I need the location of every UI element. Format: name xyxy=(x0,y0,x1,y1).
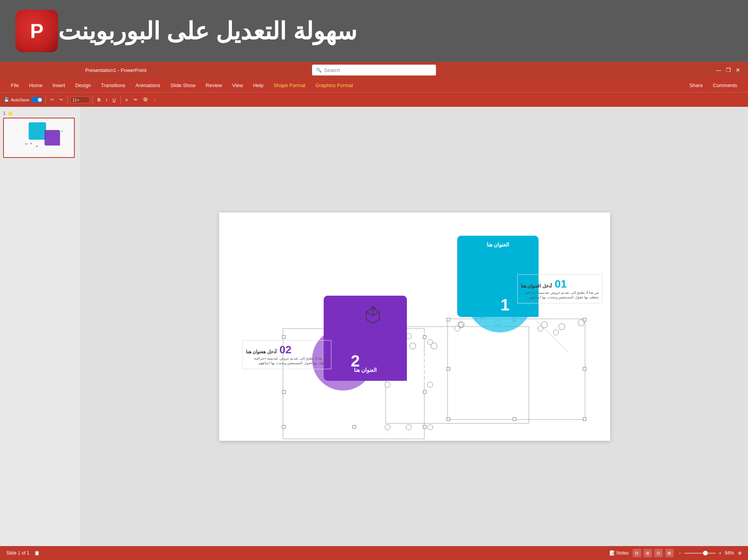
menu-graphics-format[interactable]: Graphics Format xyxy=(311,81,358,90)
slide-number-indicator: 1 ⭐ xyxy=(3,111,78,116)
window-controls[interactable]: — ❐ ✕ xyxy=(716,67,740,73)
zoom-slider-thumb xyxy=(703,551,708,555)
svg-point-96 xyxy=(400,391,402,394)
underline-button[interactable]: U xyxy=(111,97,118,103)
svg-point-111 xyxy=(541,322,547,328)
connection-lines-svg xyxy=(219,212,610,441)
search-box[interactable]: 🔍 Search xyxy=(312,65,436,75)
svg-rect-137 xyxy=(282,336,285,339)
font-color-button[interactable]: A xyxy=(152,97,158,103)
menu-shape-format[interactable]: Shape Format xyxy=(269,81,310,90)
svg-point-4 xyxy=(36,146,38,147)
svg-point-68 xyxy=(429,356,431,359)
notes-button[interactable]: 📝 Notes xyxy=(609,550,629,556)
svg-point-66 xyxy=(417,356,420,359)
svg-point-107 xyxy=(458,322,464,328)
zoom-out-icon[interactable]: － xyxy=(678,550,682,557)
svg-rect-141 xyxy=(423,390,426,394)
info-text-01: من هنا لا يطمح إلى تقديم عروض تقديمية اح… xyxy=(521,290,599,300)
toolbar-sep-4 xyxy=(120,96,121,104)
shape-fill-button[interactable]: 🎨 xyxy=(141,96,150,103)
bold-button[interactable]: B xyxy=(96,97,103,103)
svg-point-121 xyxy=(427,382,433,387)
normal-view-button[interactable]: ⊟ xyxy=(633,549,641,557)
zoom-percent: 94% xyxy=(725,550,734,556)
zoom-control: － ＋ 94% xyxy=(678,550,734,557)
svg-point-79 xyxy=(423,368,425,370)
svg-point-86 xyxy=(429,374,431,376)
view-buttons: ⊟ ⊞ ⊡ ⊠ xyxy=(633,549,674,557)
purple-shape-title: العنوان هنا xyxy=(324,367,407,373)
svg-text:02: 02 xyxy=(25,143,28,145)
list-button[interactable]: ≔ xyxy=(131,96,139,103)
svg-line-9 xyxy=(544,329,552,336)
svg-point-116 xyxy=(427,339,433,345)
thumb-content: 01 02 xyxy=(4,118,74,157)
align-button[interactable]: ≡ xyxy=(124,97,130,103)
maximize-button[interactable]: ❐ xyxy=(726,67,731,73)
fit-page-icon[interactable]: ⊕ xyxy=(738,550,742,556)
slide-thumbnail[interactable]: 01 02 xyxy=(3,118,75,158)
info-number-01: 01 xyxy=(555,278,567,290)
menu-insert[interactable]: Insert xyxy=(48,81,70,90)
comments-button[interactable]: Comments xyxy=(708,81,742,90)
menu-design[interactable]: Design xyxy=(70,81,95,90)
zoom-in-icon[interactable]: ＋ xyxy=(718,550,722,557)
menu-slideshow[interactable]: Slide Show xyxy=(166,81,200,90)
main-area: 1 ⭐ 01 02 xyxy=(0,107,748,546)
menu-transitions[interactable]: Transitions xyxy=(96,81,130,90)
cube-icon xyxy=(360,303,386,329)
close-button[interactable]: ✕ xyxy=(736,67,740,73)
zoom-slider[interactable] xyxy=(685,553,715,554)
svg-rect-143 xyxy=(353,425,356,428)
slideshow-button[interactable]: ⊠ xyxy=(665,549,674,557)
reading-view-button[interactable]: ⊡ xyxy=(654,549,663,557)
header-banner: سهولة التعديل على البوربوينت xyxy=(0,0,748,62)
svg-point-73 xyxy=(423,362,425,365)
notes-icon-btn: 📝 xyxy=(609,550,615,556)
menu-file[interactable]: File xyxy=(6,81,24,90)
menu-help[interactable]: Help xyxy=(249,81,268,90)
autosave-toggle[interactable] xyxy=(31,97,43,103)
share-button[interactable]: Share xyxy=(685,81,707,90)
slide-sorter-button[interactable]: ⊞ xyxy=(643,549,652,557)
info-text-02: من هنا لا يطمح إلى تقديم عروض تقديمية اح… xyxy=(246,356,328,366)
font-size-input[interactable] xyxy=(70,96,90,103)
undo-button[interactable]: ↩ xyxy=(48,96,56,103)
svg-point-89 xyxy=(412,380,414,382)
menu-review[interactable]: Review xyxy=(201,81,227,90)
title-bar: Presentation1 - PowerPoint 🔍 Search — ❐ … xyxy=(0,62,748,78)
svg-marker-108 xyxy=(462,324,464,326)
svg-line-101 xyxy=(442,379,444,381)
svg-point-119 xyxy=(427,425,433,430)
svg-point-105 xyxy=(538,326,543,331)
svg-point-78 xyxy=(417,368,420,370)
svg-rect-12 xyxy=(386,327,529,423)
header-title: سهولة التعديل على البوربوينت xyxy=(58,17,357,45)
svg-rect-140 xyxy=(282,390,285,394)
info-box-01[interactable]: 01 أدخل العنوان هنا من هنا لا يطمح إلى ت… xyxy=(517,274,602,303)
menu-bar: File Home Insert Design Transitions Anim… xyxy=(0,78,748,92)
minimize-button[interactable]: — xyxy=(716,67,721,73)
svg-point-71 xyxy=(412,362,414,365)
info-box-02[interactable]: 02 أدخل هعنوان هنا من هنا لا يطمح إلى تق… xyxy=(242,340,331,369)
svg-line-10 xyxy=(552,336,560,344)
menu-home[interactable]: Home xyxy=(24,81,47,90)
svg-point-127 xyxy=(431,343,437,349)
svg-point-112 xyxy=(559,324,565,330)
search-placeholder: Search xyxy=(324,67,340,73)
italic-button[interactable]: I xyxy=(104,97,109,103)
menu-animations[interactable]: Animations xyxy=(131,81,165,90)
canvas-area: العنوان هنا 1 العنوان هنا 2 xyxy=(81,107,748,546)
svg-rect-132 xyxy=(447,367,450,370)
status-bar: Slide 1 of 1 📋 📝 Notes ⊟ ⊞ ⊡ ⊠ － ＋ 94% ⊕ xyxy=(0,546,748,560)
ppt-logo xyxy=(15,10,58,52)
menu-view[interactable]: View xyxy=(228,81,248,90)
svg-point-91 xyxy=(423,380,425,382)
svg-point-95 xyxy=(417,385,420,388)
svg-rect-136 xyxy=(583,418,586,421)
slide-canvas[interactable]: العنوان هنا 1 العنوان هنا 2 xyxy=(219,212,610,441)
redo-button[interactable]: ↪ xyxy=(57,96,65,103)
star-icon: ⭐ xyxy=(7,111,13,116)
svg-point-77 xyxy=(412,368,414,370)
